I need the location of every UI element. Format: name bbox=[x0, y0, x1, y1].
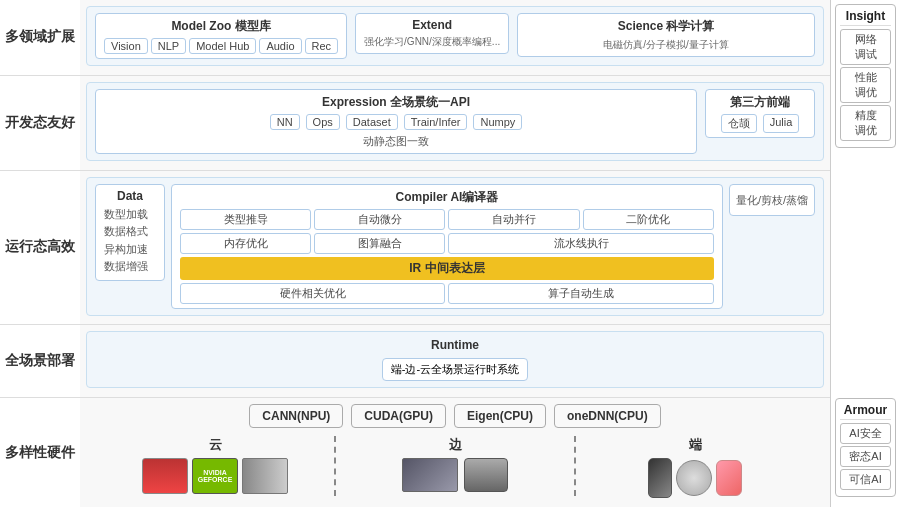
comp-tag-1: 类型推导 bbox=[180, 209, 311, 230]
chip-cann: CANN(NPU) bbox=[249, 404, 343, 428]
insight-item-2: 性能调优 bbox=[840, 67, 891, 103]
runtime-sub: 端-边-云全场景运行时系统 bbox=[382, 358, 528, 381]
device-router bbox=[464, 458, 508, 492]
hw-chips: CANN(NPU) CUDA(GPU) Eigen(CPU) oneDNN(CP… bbox=[86, 404, 824, 428]
comp-tag-7: 流水线执行 bbox=[448, 233, 713, 254]
tag-nlp: NLP bbox=[151, 38, 186, 54]
hw-section-terminal: 端 bbox=[576, 436, 814, 498]
compiler-block: Compiler AI编译器 类型推导 自动微分 自动并行 二阶优化 内存优化 … bbox=[171, 184, 723, 309]
expr-title: Expression 全场景统一API bbox=[104, 94, 688, 111]
armour-title: Armour bbox=[840, 403, 891, 420]
comp-tag-8: 硬件相关优化 bbox=[180, 283, 445, 304]
data-item-4: 数据增强 bbox=[104, 258, 156, 276]
armour-item-1: AI安全 bbox=[840, 423, 891, 444]
tag-modelhub: Model Hub bbox=[189, 38, 256, 54]
hw-section-edge: 边 bbox=[336, 436, 574, 492]
comp-tag-9: 算子自动生成 bbox=[448, 283, 713, 304]
insight-item-3: 精度调优 bbox=[840, 105, 891, 141]
row4-label: 全场景部署 bbox=[0, 324, 80, 397]
device-nvidia: NVIDIAGEFORCE bbox=[192, 458, 238, 494]
data-block: Data 数型加载 数据格式 异构加速 数据增强 bbox=[95, 184, 165, 281]
armour-group: Armour AI安全 密态AI 可信AI bbox=[835, 398, 896, 497]
row1-content: Model Zoo 模型库 Vision NLP Model Hub Audio… bbox=[86, 6, 824, 66]
chip-eigen: Eigen(CPU) bbox=[454, 404, 546, 428]
extend-desc: 强化学习/GNN/深度概率编程... bbox=[364, 35, 500, 49]
tag-traininfer: Train/Infer bbox=[404, 114, 468, 130]
row2-content: Expression 全场景统一API NN Ops Dataset Train… bbox=[86, 82, 824, 161]
chip-cuda: CUDA(GPU) bbox=[351, 404, 446, 428]
tag-dataset: Dataset bbox=[346, 114, 398, 130]
insight-item-1: 网络调试 bbox=[840, 29, 891, 65]
tag-numpy: Numpy bbox=[473, 114, 522, 130]
insight-title: Insight bbox=[840, 9, 891, 26]
data-item-2: 数据格式 bbox=[104, 223, 156, 241]
row4-content: Runtime 端-边-云全场景运行时系统 bbox=[86, 331, 824, 388]
device-server-red bbox=[142, 458, 188, 494]
row5-label: 多样性硬件 bbox=[0, 397, 80, 507]
row3-content: Data 数型加载 数据格式 异构加速 数据增强 Compiler AI编译器 … bbox=[86, 177, 824, 316]
right-panel: Insight 网络调试 性能调优 精度调优 Armour AI安全 密态AI … bbox=[830, 0, 900, 507]
compiler-title: Compiler AI编译器 bbox=[180, 189, 714, 206]
data-item-3: 异构加速 bbox=[104, 241, 156, 259]
data-title: Data bbox=[104, 189, 156, 203]
extend-block: Extend 强化学习/GNN/深度概率编程... bbox=[355, 13, 509, 54]
insight-group: Insight 网络调试 性能调优 精度调优 bbox=[835, 4, 896, 148]
hw-item-1: 量化/剪枝/蒸馏 bbox=[736, 189, 808, 211]
tag-ops: Ops bbox=[306, 114, 340, 130]
hw-cat-cloud: 云 bbox=[96, 436, 334, 454]
comp-tag-4: 二阶优化 bbox=[583, 209, 714, 230]
data-item-1: 数型加载 bbox=[104, 206, 156, 224]
tag-rec: Rec bbox=[305, 38, 339, 54]
tag-nn: NN bbox=[270, 114, 300, 130]
device-phone bbox=[648, 458, 672, 498]
hw-cat-terminal: 端 bbox=[576, 436, 814, 454]
comp-tag-2: 自动微分 bbox=[314, 209, 445, 230]
row2-label: 开发态友好 bbox=[0, 75, 80, 170]
science-desc: 电磁仿真/分子模拟/量子计算 bbox=[526, 38, 806, 52]
ir-bar: IR 中间表达层 bbox=[180, 257, 714, 280]
data-items: 数型加载 数据格式 异构加速 数据增强 bbox=[104, 206, 156, 276]
tag-cangjie: 仓颉 bbox=[721, 114, 757, 133]
third-title: 第三方前端 bbox=[714, 94, 806, 111]
hardware-block: 量化/剪枝/蒸馏 bbox=[729, 184, 815, 216]
chip-onednn: oneDNN(CPU) bbox=[554, 404, 661, 428]
row3-label: 运行态高效 bbox=[0, 170, 80, 325]
hw-section-cloud: 云 NVIDIAGEFORCE bbox=[96, 436, 334, 494]
comp-tag-3: 自动并行 bbox=[448, 209, 579, 230]
hw-items: 量化/剪枝/蒸馏 bbox=[736, 189, 808, 211]
comp-tag-5: 内存优化 bbox=[180, 233, 311, 254]
tag-audio: Audio bbox=[259, 38, 301, 54]
science-block: Science 科学计算 电磁仿真/分子模拟/量子计算 bbox=[517, 13, 815, 57]
armour-item-2: 密态AI bbox=[840, 446, 891, 467]
comp-tag-6: 图算融合 bbox=[314, 233, 445, 254]
runtime-title: Runtime bbox=[95, 338, 815, 352]
device-watch bbox=[716, 460, 742, 496]
expr-sub: 动静态图一致 bbox=[104, 134, 688, 149]
modelzoo-title: Model Zoo 模型库 bbox=[104, 18, 338, 35]
modelzoo-block: Model Zoo 模型库 Vision NLP Model Hub Audio… bbox=[95, 13, 347, 59]
device-earbuds bbox=[676, 460, 712, 496]
expression-block: Expression 全场景统一API NN Ops Dataset Train… bbox=[95, 89, 697, 154]
third-party-block: 第三方前端 仓颉 Julia bbox=[705, 89, 815, 138]
armour-item-3: 可信AI bbox=[840, 469, 891, 490]
hw-cat-edge: 边 bbox=[336, 436, 574, 454]
row1-label: 多领域扩展 bbox=[0, 0, 80, 75]
extend-title: Extend bbox=[364, 18, 500, 32]
tag-vision: Vision bbox=[104, 38, 148, 54]
tag-julia: Julia bbox=[763, 114, 800, 133]
device-tower bbox=[242, 458, 288, 494]
science-title: Science 科学计算 bbox=[526, 18, 806, 35]
device-gpu-card bbox=[402, 458, 458, 492]
